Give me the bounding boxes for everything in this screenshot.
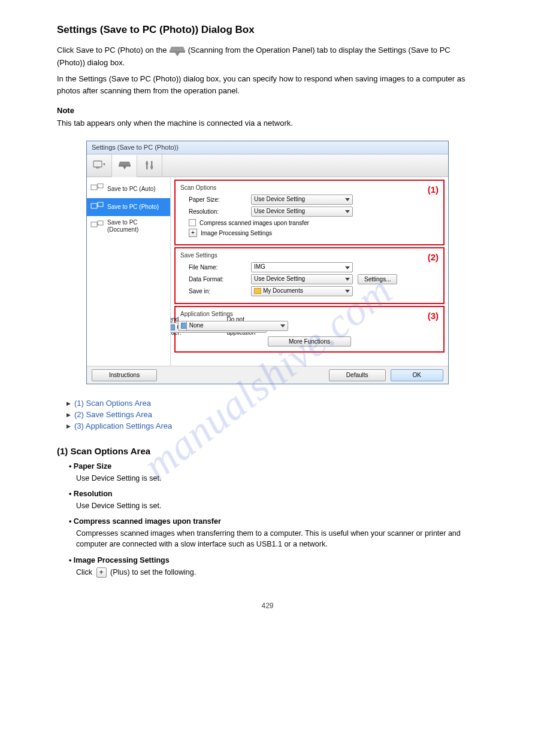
save-settings-title: Save Settings <box>180 252 439 259</box>
sidebar-item-label: Save to PC (Photo) <box>107 204 159 211</box>
svg-rect-1 <box>93 161 102 167</box>
section-links-list: (1) Scan Options Area (2) Save Settings … <box>57 399 478 430</box>
data-format-settings-button[interactable]: Settings... <box>358 274 397 284</box>
link-save-settings-area[interactable]: (2) Save Settings Area <box>74 410 152 419</box>
tools-icon <box>143 160 156 172</box>
paper-size-label: Paper Size: <box>180 196 246 203</box>
operation-panel-icon <box>118 160 131 173</box>
intro-paragraph: Click Save to PC (Photo) on the (Scannin… <box>57 44 478 68</box>
ips-option-name: • Image Processing Settings <box>69 556 478 564</box>
svg-rect-8 <box>91 185 97 190</box>
application-settings-title: Application Settings <box>180 311 439 317</box>
section-number-2: (2) <box>428 252 439 262</box>
page-title: Settings (Save to PC (Photo)) Dialog Box <box>57 24 478 36</box>
save-in-value: My Documents <box>263 287 303 294</box>
page-number: 429 <box>57 602 478 610</box>
defaults-button[interactable]: Defaults <box>329 369 386 381</box>
ok-button[interactable]: OK <box>391 369 443 381</box>
monitor-icon <box>93 160 106 172</box>
image-processing-settings-label: Image Processing Settings <box>201 230 272 236</box>
application-settings-section: (3) Application Settings Open with an ap… <box>174 306 445 353</box>
expand-image-processing-button[interactable]: + <box>189 229 197 237</box>
resolution-option-desc: Use Device Setting is set. <box>76 500 478 511</box>
resolution-label: Resolution: <box>180 208 246 215</box>
resolution-dropdown[interactable]: Use Device Setting <box>251 207 353 217</box>
file-name-input[interactable]: IMG <box>251 262 353 272</box>
compress-checkbox[interactable] <box>189 219 196 226</box>
scan-options-section: (1) Scan Options Paper Size: Use Device … <box>174 180 445 245</box>
intro-pre: Click Save to PC (Photo) on the <box>57 45 169 54</box>
svg-rect-2 <box>96 168 99 168</box>
svg-point-7 <box>150 165 153 168</box>
compress-option-name: • Compress scanned images upon transfer <box>69 517 478 526</box>
paper-size-option-name: • Paper Size <box>69 462 478 470</box>
ips-desc-post: (Plus) to set the following. <box>110 568 196 576</box>
save-in-dropdown[interactable]: My Documents <box>251 286 353 296</box>
dialog-sidebar: Save to PC (Auto) Save to PC (Photo) Sav… <box>87 177 171 366</box>
tab-scan-from-operation-panel[interactable] <box>112 154 137 177</box>
data-format-dropdown[interactable]: Use Device Setting <box>251 274 353 284</box>
more-functions-button[interactable]: More Functions <box>268 336 351 347</box>
resolution-option-name: • Resolution <box>69 490 478 498</box>
data-format-label: Data Format: <box>180 276 246 283</box>
dialog-titlebar: Settings (Save to PC (Photo)) <box>87 141 448 154</box>
tab-general-settings[interactable] <box>137 154 162 177</box>
instructions-button[interactable]: Instructions <box>92 369 157 381</box>
plus-icon: + <box>96 567 107 578</box>
compress-option-desc: Compresses scanned images when transferr… <box>76 528 478 549</box>
tab-scan-from-computer[interactable] <box>87 154 112 177</box>
sidebar-item-auto[interactable]: Save to PC (Auto) <box>87 180 170 198</box>
dialog-main-panel: (1) Scan Options Paper Size: Use Device … <box>171 177 448 366</box>
send-to-folder-dropdown[interactable]: None <box>186 321 288 331</box>
svg-rect-12 <box>91 222 97 227</box>
compress-label: Compress scanned images upon transfer <box>200 220 309 226</box>
scan-options-title: Scan Options <box>180 184 439 191</box>
ips-option-desc: Click + (Plus) to set the following. <box>76 567 478 578</box>
file-name-label: File Name: <box>180 264 246 271</box>
scanner-to-pc-icon <box>90 220 104 232</box>
link-scan-options-area[interactable]: (1) Scan Options Area <box>74 399 151 408</box>
section-number-3: (3) <box>428 311 439 321</box>
sidebar-item-document[interactable]: Save to PC (Document) <box>87 216 170 236</box>
save-in-label: Save in: <box>180 288 246 294</box>
section-number-1: (1) <box>428 184 439 195</box>
sidebar-item-photo[interactable]: Save to PC (Photo) <box>87 198 170 217</box>
paper-size-dropdown[interactable]: Use Device Setting <box>251 195 353 205</box>
app-icon <box>171 324 175 330</box>
ips-desc-pre: Click <box>76 568 95 576</box>
scan-options-area-heading: (1) Scan Options Area <box>57 446 478 456</box>
dialog-toolbar <box>87 154 448 177</box>
settings-dialog: Settings (Save to PC (Photo)) <box>86 141 449 384</box>
note-label: Note <box>57 106 478 115</box>
second-paragraph: In the Settings (Save to PC (Photo)) dia… <box>57 73 478 96</box>
link-application-settings-area[interactable]: (3) Application Settings Area <box>74 421 172 430</box>
svg-point-5 <box>146 162 148 164</box>
scanner-to-pc-icon <box>90 183 104 195</box>
paper-size-option-desc: Use Device Setting is set. <box>76 473 478 484</box>
operation-panel-tab-icon <box>169 45 186 57</box>
folder-icon <box>254 288 261 294</box>
sidebar-item-label: Save to PC (Auto) <box>107 186 156 193</box>
scanner-to-pc-icon <box>90 201 104 214</box>
sidebar-item-label: Save to PC (Document) <box>107 219 167 233</box>
dialog-button-bar: Instructions Defaults OK <box>87 366 448 384</box>
note-body: This tab appears only when the machine i… <box>57 119 478 127</box>
save-settings-section: (2) Save Settings File Name: IMG Data Fo… <box>174 247 445 304</box>
svg-rect-0 <box>170 51 185 53</box>
svg-rect-10 <box>91 204 97 208</box>
